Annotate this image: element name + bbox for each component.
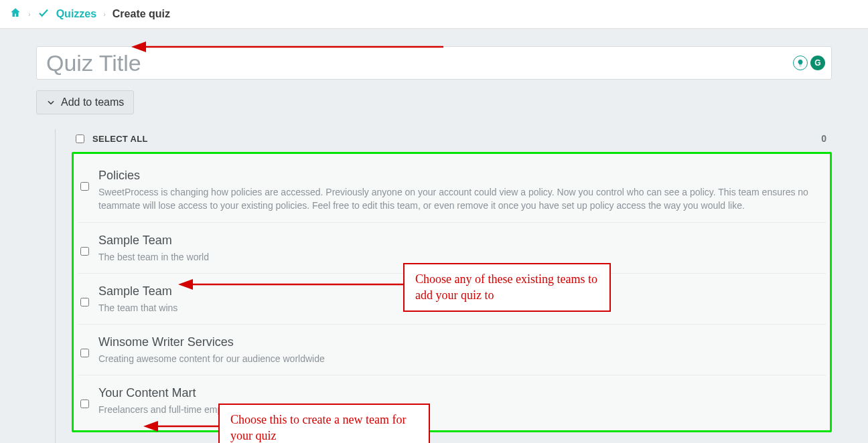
page-body: G Add to teams Select all 0 Policies Swe… (0, 29, 868, 443)
breadcrumb-current: Create quiz (113, 8, 170, 20)
team-desc: SweetProcess is changing how policies ar… (98, 185, 819, 213)
add-to-teams-label: Add to teams (61, 96, 124, 108)
team-checkbox[interactable] (80, 247, 89, 256)
team-checkbox[interactable] (80, 400, 89, 408)
select-all-checkbox[interactable] (76, 135, 84, 143)
team-checkbox[interactable] (80, 298, 89, 306)
select-all-row: Select all 0 (72, 129, 832, 152)
home-icon[interactable] (9, 7, 21, 21)
breadcrumb-quizzes[interactable]: Quizzes (56, 8, 96, 20)
lightbulb-icon[interactable] (793, 56, 808, 70)
breadcrumb: › Quizzes › Create quiz (0, 0, 868, 29)
grammarly-icon[interactable]: G (810, 56, 825, 70)
quiz-title-row: G (36, 46, 832, 80)
team-row[interactable]: Winsome Writer Services Creating awesome… (78, 324, 826, 375)
team-checkbox[interactable] (80, 349, 89, 357)
team-row[interactable]: Sample Team The best team in the world (78, 222, 826, 273)
check-icon (38, 7, 50, 21)
team-row[interactable]: Sample Team The team that wins (78, 273, 826, 324)
team-desc: The best team in the world (98, 250, 819, 264)
team-row[interactable]: Policies SweetProcess is changing how po… (78, 158, 826, 222)
breadcrumb-sep: › (103, 10, 106, 18)
team-title: Policies (98, 169, 819, 183)
team-desc: Creating awesome content for our audienc… (98, 352, 819, 365)
team-title: Sample Team (98, 284, 819, 298)
team-title: Sample Team (98, 234, 819, 248)
select-all-label: Select all (92, 134, 148, 144)
team-desc: Freelancers and full-time employees of o… (98, 403, 819, 416)
add-to-teams-button[interactable]: Add to teams (36, 90, 134, 114)
team-title: Winsome Writer Services (98, 335, 819, 349)
chevron-down-icon (46, 98, 56, 107)
team-checkbox[interactable] (80, 182, 89, 191)
team-row[interactable]: Your Content Mart Freelancers and full-t… (78, 375, 826, 426)
selected-count: 0 (821, 133, 828, 144)
team-title: Your Content Mart (98, 386, 819, 400)
input-helper-icons: G (793, 56, 825, 70)
team-desc: The team that wins (98, 301, 819, 315)
breadcrumb-sep: › (28, 10, 31, 18)
team-list: Policies SweetProcess is changing how po… (72, 152, 832, 432)
teams-section: Select all 0 Policies SweetProcess is ch… (55, 129, 832, 443)
quiz-title-input[interactable] (36, 46, 832, 80)
